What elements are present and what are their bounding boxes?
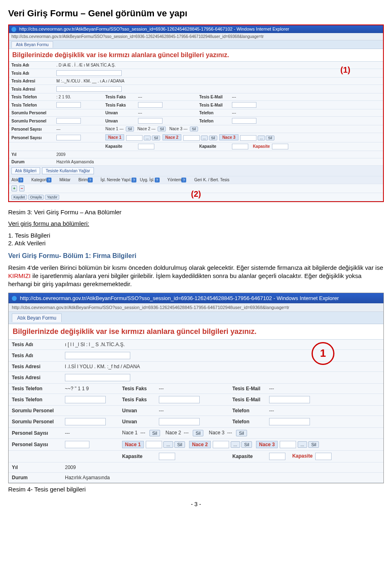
inp-kapasite3[interactable] (272, 144, 288, 149)
inp-nace2[interactable] (183, 135, 200, 141)
lbl-tesis-faks-2: Tesis Faks (119, 383, 156, 394)
lbl-telefon-red: Telefon (197, 117, 229, 125)
lbl-tesis-adi-2: Tesis Adı (9, 340, 62, 350)
btn-yazdir[interactable]: Yazdır (45, 195, 59, 200)
lbl-sorumlu-red: Sorumlu Personel (9, 117, 54, 125)
inp-personel[interactable] (56, 135, 81, 140)
inp-tesis-adi[interactable] (56, 70, 122, 76)
sections-intro: Veri giriş formu ana bölümleri: (8, 220, 384, 228)
val-durum-2: Hazırlık Aşamasında (62, 473, 383, 483)
btn-nace1-sil-b[interactable]: Sil (149, 430, 160, 436)
lbl-tesis-faks-red-2: Tesis Faks (119, 394, 156, 405)
btn-nace2-sil[interactable]: Sil (158, 127, 166, 131)
btn-nace1-dots-2[interactable]: ... (163, 441, 173, 448)
btn-nace3-sil-2b[interactable]: Sil (308, 441, 319, 448)
inp-kapasite3-2[interactable] (315, 453, 332, 460)
inp-kapasite1-2[interactable] (159, 453, 175, 460)
address-bar[interactable]: http://cbs.cevreorman.gov.tr/AtikBeyanFo… (9, 33, 383, 40)
lbl-durum-2: Durum (9, 473, 62, 483)
tab-atik-beyan-2[interactable]: Atık Beyan Formu (12, 314, 62, 322)
btn-nace3-dots[interactable]: ... (258, 136, 265, 140)
btn-nace2-sil2[interactable]: Sil (209, 136, 217, 140)
lbl-personel: Personel Sayısı (9, 125, 54, 133)
val-unvan: --- (136, 109, 197, 117)
val-tesis-email-2: --- (266, 383, 383, 394)
remove-row-button[interactable]: − (19, 185, 25, 191)
lbl-tesis-adi: Tesis Adı (9, 62, 54, 69)
nace-row-2b: Nace 1 ... Sil Nace 2 ... Sil Nace 3 ...… (119, 438, 383, 451)
inp-tesis-email[interactable] (232, 102, 256, 108)
inp-personel-2[interactable] (65, 441, 89, 448)
nace-row-1b: Nace 1 --- Sil Nace 2 --- Sil Nace 3 ---… (119, 427, 383, 438)
lbl-telefon-red-2: Telefon (229, 416, 266, 427)
lbl-personel-2: Personel Sayısı (9, 427, 62, 438)
val-durum: Hazırlık Aşamasında (54, 158, 383, 165)
val-tesis-email: --- (229, 93, 383, 101)
btn-nace3-sil-b[interactable]: Sil (236, 430, 247, 436)
inp-nace3[interactable] (240, 135, 256, 141)
help-icon: ? (47, 178, 51, 182)
help-icon: ? (18, 178, 23, 182)
inp-kapasite2[interactable] (232, 144, 248, 149)
btn-kaydet[interactable]: Kaydet (11, 195, 27, 200)
inp-tesis-faks[interactable] (138, 102, 163, 108)
inp-nace1-2[interactable] (146, 441, 162, 448)
val-tesis-faks: --- (136, 93, 197, 101)
help-icon: ? (88, 178, 93, 182)
btn-nace2-sil-2b[interactable]: Sil (241, 441, 252, 448)
add-row-button[interactable]: + (11, 185, 17, 191)
inp-tesis-faks-2[interactable] (159, 396, 200, 403)
inp-nace2-2[interactable] (213, 441, 229, 448)
inp-tesis-email-2[interactable] (269, 396, 310, 403)
btn-nace1-dots[interactable]: ... (144, 136, 151, 140)
subtab-atik[interactable]: Atık Bilgileri (11, 167, 40, 174)
nace-row-2: Nace 1 ... Sil Nace 2 ... Sil Nace 3 ...… (103, 133, 383, 142)
circle-marker-1: 1 (312, 342, 334, 365)
ie-title-bar-2: http://cbs.cevreorman.gov.tr/AtikBeyanFo… (9, 293, 383, 303)
btn-nace1-sil-2b[interactable]: Sil (174, 441, 185, 448)
val-tesis-adresi: M :.._N /OLU . KM. __ . ı.A.ı / ADANA (54, 78, 383, 85)
btn-onayla[interactable]: Onayla (28, 195, 44, 200)
btn-nace2-sil-b[interactable]: Sil (193, 430, 203, 436)
inp-tesis-tel-2[interactable] (65, 396, 106, 403)
btn-nace3-sil[interactable]: Sil (190, 127, 198, 131)
val-tesis-adi: . D iA iE . İ . /E ı M SAN.TİC.A.Ş. (54, 62, 383, 69)
nace-row-1: Nace 1 --- Sil Nace 2 --- Sil Nace 3 ---… (103, 125, 383, 133)
inp-tesis-tel[interactable] (56, 102, 81, 108)
lbl-personel-red-2: Personel Sayısı (9, 438, 62, 451)
btn-nace3-dots-2[interactable]: ... (298, 441, 307, 448)
help-icon: ? (181, 178, 186, 182)
inp-tesis-adresi-2[interactable] (65, 374, 130, 381)
val-yil: 2009 (54, 151, 383, 158)
btn-nace2-dots[interactable]: ... (201, 136, 208, 140)
lbl-unvan-2: Unvan (119, 405, 156, 416)
inp-sorumlu-2[interactable] (65, 418, 106, 425)
inp-tesis-adi-2[interactable] (65, 352, 130, 359)
btn-nace3-sil2[interactable]: Sil (266, 136, 274, 140)
inp-nace3-2[interactable] (280, 441, 296, 448)
section-heading: Veri Giriş Formu- Bölüm 1: Firma Bilgile… (8, 252, 384, 260)
inp-telefon-2[interactable] (269, 418, 310, 425)
inp-nace1[interactable] (126, 135, 143, 141)
address-bar-2[interactable]: http://cbs.cevreorman.gov.tr/AtikBeyanFo… (9, 303, 383, 312)
inp-sorumlu[interactable] (56, 118, 81, 124)
btn-nace1-sil2[interactable]: Sil (152, 136, 160, 140)
inp-unvan-2[interactable] (159, 418, 200, 425)
lbl-tesis-adi-red-2: Tesis Adı (9, 349, 62, 361)
lbl-tesis-adresi-red-2: Tesis Adresi (9, 371, 62, 383)
inp-kapasite2-2[interactable] (269, 453, 285, 460)
form-table-s1: Tesis Adı . D iA iE . İ . /E ı M SAN.TİC… (9, 62, 383, 201)
inp-telefon[interactable] (232, 118, 256, 124)
subtab-yaglar[interactable]: Tesiste Kullanılan Yağlar (42, 167, 94, 174)
browser-tab-bar-2: Atık Beyan Formu (9, 312, 383, 324)
screenshot-2: http://cbs.cevreorman.gov.tr/AtikBeyanFo… (8, 293, 384, 484)
tab-atik-beyan[interactable]: Atık Beyan Formu (11, 41, 53, 48)
inp-unvan[interactable] (138, 118, 163, 124)
btn-nace2-dots-2[interactable]: ... (231, 441, 240, 448)
btn-nace1-sil[interactable]: Sil (126, 127, 134, 131)
val-tesis-faks-2: --- (156, 383, 229, 394)
help-icon: ? (155, 178, 160, 182)
sections-list: 1. Tesis Bilgileri 2. Atık Verileri (8, 232, 384, 247)
inp-kapasite1[interactable] (138, 144, 154, 149)
inp-tesis-adresi[interactable] (56, 86, 122, 92)
